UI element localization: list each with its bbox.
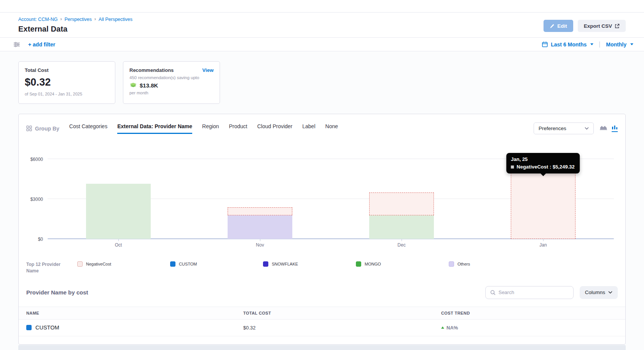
table-title: Provider Name by cost [26, 289, 88, 296]
page-title: External Data [18, 25, 132, 33]
total-cost-period: of Sep 01, 2024 - Jan 31, 2025 [25, 92, 109, 96]
add-filter-button[interactable]: + add filter [28, 41, 55, 48]
legend-swatch-icon [77, 261, 83, 267]
savings-value: $13.8K [140, 82, 158, 89]
legend-label: SNOWFLAKE [272, 262, 298, 266]
column-header-total-cost[interactable]: TOTAL COST [243, 311, 441, 315]
tab-cost-categories[interactable]: Cost Categories [69, 123, 107, 134]
provider-cost-table: NAME TOTAL COST COST TREND CUSTOM$0.32NA… [19, 307, 625, 336]
bar-segment-others-nov[interactable] [228, 215, 292, 239]
chevron-down-icon [608, 291, 612, 294]
filter-sliders-icon[interactable] [14, 42, 20, 47]
total-cost-value: $0.32 [25, 76, 109, 88]
table-header-row: NAME TOTAL COST COST TREND [19, 307, 625, 320]
x-axis-tick [402, 239, 402, 241]
bar-segment-mongo-oct[interactable] [86, 184, 151, 239]
search-icon [490, 290, 496, 295]
legend-label: NegativeCost [86, 262, 111, 266]
tab-label[interactable]: Label [302, 123, 315, 134]
chart-column-oct [48, 184, 189, 239]
legend-item-snowflake[interactable]: SNOWFLAKE [263, 261, 356, 267]
edit-button[interactable]: Edit [544, 20, 573, 32]
legend-item-mongo[interactable]: MONGO [356, 261, 449, 267]
x-axis-label-nov: Nov [256, 242, 264, 248]
x-axis-label-oct: Oct [115, 242, 122, 248]
total-cost-label: Total Cost [25, 67, 109, 73]
column-header-name[interactable]: NAME [26, 311, 243, 315]
x-axis-tick [543, 239, 544, 241]
view-recommendations-link[interactable]: View [202, 67, 214, 73]
legend-title: Top 12 Provider Name [26, 261, 67, 275]
x-axis-label-jan: Jan [539, 242, 547, 248]
bar-segment-mongo-dec[interactable] [369, 215, 434, 239]
external-link-icon [615, 24, 620, 29]
x-axis-label-dec: Dec [397, 242, 405, 248]
area-chart-toggle-icon[interactable] [600, 125, 607, 132]
chevron-down-icon [630, 43, 633, 45]
legend-swatch-icon [449, 261, 454, 267]
legend-item-others[interactable]: Others [449, 261, 542, 267]
y-axis-tick-label: $0 [24, 237, 43, 242]
money-icon [129, 83, 137, 88]
breadcrumb-account-link[interactable]: Account: CCM-NG [18, 17, 58, 22]
recommendations-label: Recommendations [129, 67, 174, 73]
chart-column-dec [331, 192, 472, 239]
group-by-label: Group By [26, 126, 59, 132]
page-header: Account: CCM-NG › Perspectives › All Per… [0, 13, 644, 37]
tooltip-date: Jan, 25 [511, 156, 574, 162]
breadcrumb: Account: CCM-NG › Perspectives › All Per… [18, 17, 132, 22]
y-axis-tick-label: $6000 [24, 157, 43, 162]
bar-segment-negativecost-dec[interactable] [369, 192, 434, 215]
columns-button[interactable]: Columns [580, 286, 618, 299]
legend-item-custom[interactable]: CUSTOM [170, 261, 263, 267]
bar-chart-toggle-icon[interactable] [612, 125, 618, 132]
perspective-panel: Group By Cost CategoriesExternal Data: P… [18, 114, 626, 345]
x-axis-tick [260, 239, 260, 241]
row-total-cost: $0.32 [243, 325, 441, 331]
chevron-right-icon: › [94, 16, 96, 22]
tab-product[interactable]: Product [229, 123, 247, 134]
tab-cloud-provider[interactable]: Cloud Provider [257, 123, 293, 134]
date-range-selector[interactable]: Last 6 Months [551, 41, 587, 48]
column-header-cost-trend[interactable]: COST TREND [441, 311, 625, 315]
chart-plot-area: Jan, 25 NegativeCost : $5,249.32 OctNovD… [48, 146, 614, 239]
recommendations-card: Recommendations View 450 recommendation(… [123, 61, 220, 104]
cost-bar-chart: Jan, 25 NegativeCost : $5,249.32 OctNovD… [24, 146, 619, 253]
chart-column-nov [189, 207, 331, 239]
legend-label: MONGO [365, 262, 381, 266]
top-border [0, 0, 644, 13]
content-area: Total Cost $0.32 of Sep 01, 2024 - Jan 3… [0, 51, 644, 350]
legend-item-negativecost[interactable]: NegativeCost [77, 261, 170, 267]
x-axis-tick [118, 239, 119, 241]
breadcrumb-perspectives-link[interactable]: Perspectives [65, 17, 92, 22]
export-csv-button[interactable]: Export CSV [578, 20, 626, 32]
bar-segment-negativecost-nov[interactable] [228, 207, 292, 215]
chevron-down-icon [585, 127, 589, 130]
chart-legend: Top 12 Provider Name NegativeCostCUSTOMS… [26, 261, 618, 275]
partial-next-row [18, 345, 626, 350]
divider [599, 41, 600, 48]
legend-label: Others [457, 262, 470, 266]
tab-region[interactable]: Region [202, 123, 219, 134]
tab-external-data-provider-name[interactable]: External Data: Provider Name [117, 123, 192, 134]
row-cost-trend: NA% [446, 325, 458, 331]
row-name: CUSTOM [35, 325, 59, 331]
table-search [485, 286, 574, 299]
pencil-icon [550, 24, 555, 29]
tooltip-series-bullet-icon [511, 165, 514, 169]
recommendations-count: 450 recommendation(s) saving upto [129, 75, 214, 80]
trend-up-icon [441, 326, 444, 329]
table-row-custom[interactable]: CUSTOM$0.32NA% [19, 320, 625, 336]
y-axis-tick-label: $3000 [24, 197, 43, 202]
chart-column-jan [472, 169, 614, 239]
tab-none[interactable]: None [325, 123, 338, 134]
layout-grid-icon [26, 126, 32, 131]
breadcrumb-all-perspectives-link[interactable]: All Perspectives [99, 17, 132, 22]
legend-swatch-icon [263, 261, 268, 267]
preferences-dropdown[interactable]: Preferences [534, 123, 594, 134]
search-input[interactable] [499, 290, 569, 295]
bar-segment-negativecost-jan[interactable] [511, 169, 575, 239]
row-swatch-icon [26, 325, 32, 330]
chevron-down-icon [590, 43, 593, 45]
granularity-selector[interactable]: Monthly [606, 41, 626, 48]
